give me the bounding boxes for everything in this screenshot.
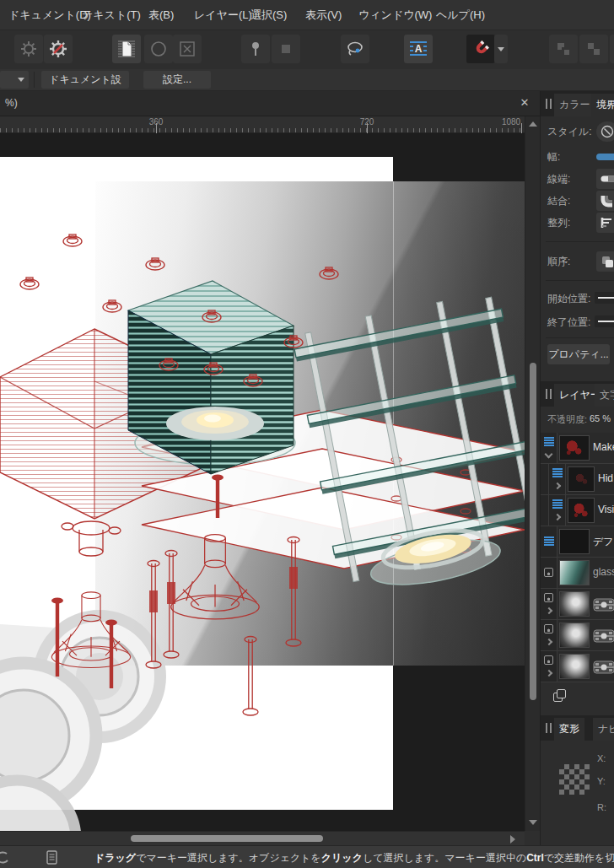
stroke-align-label: 整列: <box>547 216 570 230</box>
menu-text[interactable]: テキスト(T) <box>82 0 141 30</box>
layer-name[interactable]: Make <box>593 441 614 453</box>
layer-row-lamp-3[interactable] <box>541 651 614 682</box>
tool-preset-dropdown[interactable] <box>0 71 29 89</box>
tab-stroke[interactable]: 境界線 <box>591 94 614 116</box>
arrange-cut-icon[interactable] <box>610 35 614 63</box>
layer-thumbnail[interactable] <box>559 654 590 679</box>
chevron-right-icon[interactable] <box>546 607 552 614</box>
tab-navigator[interactable]: ナビゲー <box>593 718 614 741</box>
stroke-width-preview[interactable] <box>596 154 614 160</box>
layer-handle[interactable] <box>541 558 557 588</box>
duplicate-layers-icon[interactable] <box>557 689 566 698</box>
document-tab-title[interactable]: %) <box>5 97 18 109</box>
tab-text-styles[interactable]: 文字 <box>595 384 614 407</box>
panel-grip-icon[interactable] <box>546 723 552 733</box>
layer-thumbnail[interactable] <box>568 498 595 523</box>
chevron-down-icon[interactable] <box>545 450 553 459</box>
layer-thumbnail[interactable] <box>559 529 590 554</box>
layer-handle[interactable] <box>549 495 566 526</box>
stroke-join-button[interactable] <box>596 191 614 211</box>
history-arrow-icon[interactable] <box>0 849 11 867</box>
vertical-scroll-thumb[interactable] <box>530 363 536 700</box>
horizontal-scrollbar[interactable] <box>0 831 525 845</box>
text-ruler-icon[interactable]: A <box>404 35 433 63</box>
stroke-start-swatch[interactable] <box>595 292 614 304</box>
hint-drag: ドラッグ <box>94 852 136 864</box>
layer-row-make[interactable]: Make <box>541 433 614 464</box>
document-tab-bar: %) ✕ <box>0 91 540 116</box>
layer-row-lamp-2[interactable] <box>541 620 614 651</box>
document-list-icon[interactable] <box>46 850 57 867</box>
page-icon[interactable] <box>112 35 141 63</box>
arrange-alt-icon[interactable] <box>579 35 608 63</box>
chevron-right-icon[interactable] <box>554 483 561 489</box>
layer-name[interactable]: Hid <box>598 472 613 484</box>
menu-view[interactable]: 表示(V) <box>305 0 342 30</box>
layer-name[interactable]: Visi <box>598 504 614 515</box>
layer-row-lamp-1[interactable] <box>541 589 614 620</box>
divider <box>546 337 614 338</box>
layer-name[interactable]: デフォ <box>593 535 614 549</box>
pin-icon[interactable] <box>241 35 270 63</box>
chevron-down-icon[interactable] <box>494 35 508 63</box>
layer-handle[interactable] <box>549 464 566 494</box>
canvas-viewport[interactable] <box>0 133 525 831</box>
panel-grip-icon[interactable] <box>546 389 552 399</box>
stroke-order-button[interactable] <box>596 251 614 272</box>
layer-handle[interactable] <box>541 526 557 557</box>
arrange-icon[interactable] <box>549 35 578 63</box>
anchor-point-selector[interactable] <box>559 764 590 795</box>
chevron-right-icon[interactable] <box>546 670 552 677</box>
scroll-right-icon[interactable] <box>510 835 515 844</box>
stroke-style-none-button[interactable] <box>596 121 614 142</box>
stroke-cap-button[interactable] <box>596 169 614 189</box>
close-icon[interactable]: ✕ <box>516 94 533 111</box>
square-icon[interactable] <box>272 35 300 63</box>
magnet-snapping-icon[interactable] <box>466 35 495 63</box>
menu-window[interactable]: ウィンドウ(W) <box>358 0 432 30</box>
opacity-value[interactable]: 65 % <box>590 413 611 423</box>
layer-row-hidden[interactable]: Hid <box>541 464 614 495</box>
circle-icon[interactable] <box>144 35 173 63</box>
menu-layer[interactable]: レイヤー(L) <box>194 0 252 30</box>
chevron-right-icon[interactable] <box>554 514 561 520</box>
tab-transform[interactable]: 変形 <box>554 718 584 741</box>
layer-handle[interactable] <box>541 433 557 463</box>
ruler-label-1080: 1080 <box>502 117 520 127</box>
settings-button[interactable]: 設定... <box>143 71 211 89</box>
layer-thumbnail[interactable] <box>559 591 590 617</box>
lasso-assistant-icon[interactable] <box>341 35 369 63</box>
menu-help[interactable]: ヘルプ(H) <box>436 0 485 30</box>
layer-row-default[interactable]: デフォ <box>541 526 614 558</box>
document-setup-button[interactable]: ドキュメント設定... <box>41 71 129 89</box>
layer-handle[interactable] <box>541 651 557 682</box>
layer-thumbnail[interactable] <box>559 560 590 585</box>
layers-panel-tabs: レイヤー 文字 <box>541 381 614 407</box>
menu-document[interactable]: ドキュメント(D) <box>8 0 91 30</box>
svg-text:A: A <box>415 43 423 55</box>
layer-row-visible[interactable]: Visi <box>541 495 614 526</box>
tab-color[interactable]: カラー <box>554 94 595 116</box>
layers-footer <box>541 682 614 713</box>
scroll-up-icon[interactable] <box>529 121 537 127</box>
menu-select[interactable]: 選択(S) <box>250 0 287 30</box>
menu-table[interactable]: 表(B) <box>148 0 174 30</box>
stroke-align-button[interactable] <box>596 213 614 233</box>
layer-handle[interactable] <box>541 620 557 650</box>
boxed-x-icon[interactable] <box>173 35 202 63</box>
layer-thumbnail[interactable] <box>559 623 590 648</box>
properties-button[interactable]: プロパティ... <box>547 344 610 364</box>
gear-icon[interactable] <box>14 35 43 63</box>
panel-grip-icon[interactable] <box>546 99 552 109</box>
layer-handle[interactable] <box>541 589 557 619</box>
horizontal-scroll-thumb[interactable] <box>131 835 323 842</box>
scroll-down-icon[interactable] <box>529 820 537 825</box>
layer-name[interactable]: glass <box>593 566 614 578</box>
layer-thumbnail[interactable] <box>559 435 590 461</box>
vertical-scrollbar[interactable] <box>525 116 540 831</box>
chevron-right-icon[interactable] <box>546 639 552 645</box>
layer-row-glass[interactable]: glass <box>541 558 614 589</box>
stroke-end-swatch[interactable] <box>595 315 614 327</box>
gear-snap-icon[interactable] <box>44 35 73 63</box>
layer-thumbnail[interactable] <box>568 466 595 492</box>
